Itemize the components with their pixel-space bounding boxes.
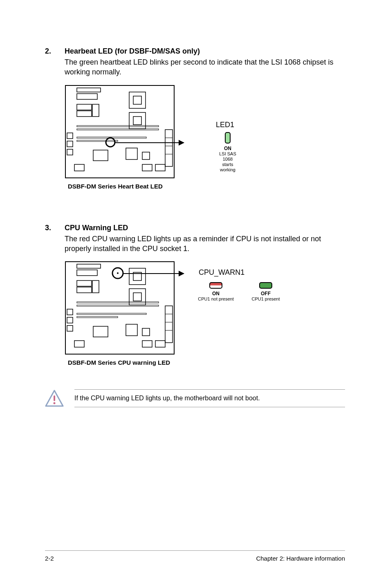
svg-rect-44	[77, 316, 118, 318]
diagram-cpuwarn: CPU_WARN1 ON CPU1 not present OFF CPU1 p…	[65, 261, 345, 375]
motherboard-schematic-icon	[65, 261, 175, 355]
svg-rect-33	[92, 281, 99, 293]
cpu-warn-off-sub: CPU1 present	[245, 296, 286, 301]
led1-indicator: ON LSI SAS 1068 starts working	[216, 132, 240, 173]
section-header: 3. CPU Warning LED	[45, 224, 345, 232]
section-title: CPU Warning LED	[65, 224, 128, 232]
svg-rect-8	[129, 112, 146, 129]
svg-rect-31	[77, 281, 92, 286]
svg-rect-43	[77, 313, 146, 314]
section-number: 2.	[45, 47, 65, 56]
cpu-warn-on: ON CPU1 not present	[191, 282, 240, 301]
svg-rect-37	[133, 293, 141, 301]
section-header: 2. Hearbeat LED (for DSBF-DM/SAS only)	[45, 47, 345, 56]
diagram-heartbeat: LED1 ON LSI SAS 1068 starts working DSBF…	[65, 85, 345, 195]
section-body: The red CPU warning LED lights up as a r…	[65, 234, 345, 254]
cpu-warn-label: CPU_WARN1	[199, 268, 244, 277]
svg-rect-34	[129, 268, 146, 285]
svg-rect-20	[165, 130, 173, 166]
svg-rect-36	[129, 289, 146, 305]
svg-rect-26	[142, 164, 152, 171]
svg-rect-55	[142, 341, 152, 347]
note-text: If the CPU warning LED lights up, the mo…	[74, 389, 345, 407]
svg-rect-14	[67, 149, 73, 155]
section-3: 3. CPU Warning LED The red CPU warning L…	[45, 224, 345, 408]
svg-rect-12	[67, 133, 73, 139]
cpu-warn-off: OFF CPU1 present	[245, 282, 286, 301]
section-body: The green heartbeat LED blinks per secon…	[65, 57, 345, 77]
svg-rect-48	[165, 306, 173, 343]
svg-rect-45	[126, 324, 137, 336]
svg-rect-10	[77, 126, 159, 127]
svg-point-24	[106, 138, 115, 147]
section-number: 3.	[45, 224, 65, 232]
svg-rect-1	[77, 88, 101, 92]
svg-rect-57	[54, 395, 55, 401]
led-off-icon	[259, 282, 272, 289]
arrow-icon	[115, 142, 184, 143]
svg-rect-29	[77, 264, 101, 268]
footer: 2-2 Chapter 2: Hardware information	[45, 550, 345, 562]
cpu-warn-off-label: OFF	[245, 291, 286, 296]
svg-rect-3	[77, 104, 92, 110]
led1-sub1: LSI SAS 1068	[216, 151, 240, 162]
svg-rect-11	[77, 129, 159, 130]
svg-rect-32	[77, 287, 92, 293]
svg-rect-40	[67, 309, 73, 315]
svg-point-58	[54, 402, 56, 404]
warning-icon	[45, 390, 64, 407]
svg-rect-9	[133, 117, 141, 125]
led-on-icon	[209, 282, 222, 289]
svg-rect-25	[74, 164, 84, 171]
note-box: If the CPU warning LED lights up, the mo…	[45, 389, 345, 407]
svg-point-53	[117, 272, 119, 274]
svg-rect-19	[93, 150, 108, 161]
svg-rect-18	[142, 152, 150, 159]
section-2: 2. Hearbeat LED (for DSBF-DM/SAS only) T…	[45, 47, 345, 195]
svg-rect-39	[77, 305, 159, 306]
svg-rect-47	[93, 326, 108, 337]
svg-rect-27	[155, 164, 165, 171]
svg-rect-38	[77, 302, 159, 303]
svg-rect-46	[142, 328, 150, 336]
led-on-icon	[225, 132, 231, 144]
arrow-icon	[123, 273, 184, 274]
svg-rect-6	[129, 92, 146, 108]
svg-rect-4	[77, 111, 92, 117]
svg-rect-54	[74, 341, 84, 347]
svg-rect-17	[126, 148, 137, 159]
svg-rect-7	[133, 96, 141, 104]
svg-rect-13	[67, 141, 73, 147]
svg-rect-30	[77, 270, 97, 276]
diagram2-caption: DSBF-DM Series CPU warning LED	[68, 359, 170, 366]
page-number: 2-2	[45, 555, 54, 562]
section-title: Hearbeat LED (for DSBF-DM/SAS only)	[65, 47, 200, 56]
led1-label: LED1	[216, 121, 234, 129]
svg-rect-41	[67, 317, 73, 323]
cpu-warn-on-sub: CPU1 not present	[191, 296, 240, 301]
chapter-label: Chapter 2: Hardware information	[256, 555, 345, 562]
svg-rect-16	[77, 140, 118, 141]
led1-state: ON	[216, 146, 240, 151]
svg-rect-42	[67, 325, 73, 331]
svg-rect-5	[92, 104, 99, 117]
motherboard-schematic-icon	[65, 85, 175, 179]
svg-rect-56	[155, 341, 165, 347]
led1-sub2: starts working	[216, 162, 240, 173]
diagram1-caption: DSBF-DM Series Heart Beat LED	[68, 183, 163, 190]
svg-rect-2	[77, 94, 97, 99]
cpu-warn-on-label: ON	[191, 291, 240, 296]
